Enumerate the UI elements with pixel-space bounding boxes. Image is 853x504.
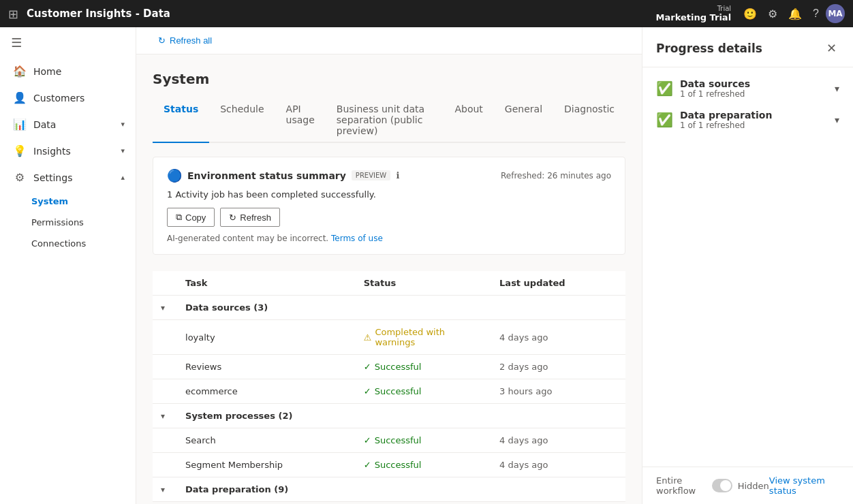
sidebar-sub-permissions[interactable]: Permissions bbox=[0, 212, 136, 233]
home-icon: 🏠 bbox=[13, 65, 27, 78]
status-badge: ✓Successful bbox=[364, 386, 483, 396]
chevron-down-icon: ▾ bbox=[121, 120, 125, 129]
sidebar-item-customers[interactable]: 👤 Customers bbox=[0, 84, 136, 111]
view-system-status-link[interactable]: View system status bbox=[769, 475, 839, 496]
task-name: Reviews bbox=[177, 355, 356, 379]
tab-api-usage[interactable]: API usage bbox=[275, 98, 326, 143]
progress-item-header-prep[interactable]: ✅ Data preparation 1 of 1 refreshed ▾ bbox=[656, 110, 839, 130]
sidebar-label-customers: Customers bbox=[33, 93, 84, 104]
settings-button[interactable]: ⚙ bbox=[764, 5, 781, 23]
row-indent bbox=[153, 428, 177, 453]
col-updated-header: Last updated bbox=[491, 271, 625, 296]
tab-schedule[interactable]: Schedule bbox=[209, 98, 275, 143]
notifications-button[interactable]: 🔔 bbox=[784, 5, 806, 23]
success-icon: ✓ bbox=[364, 386, 371, 396]
row-indent bbox=[153, 379, 177, 404]
sidebar-item-data[interactable]: 📊 Data ▾ bbox=[0, 111, 136, 138]
sidebar-sub-connections[interactable]: Connections bbox=[0, 233, 136, 254]
progress-item-sub-sources: 1 of 1 refreshed bbox=[680, 89, 828, 99]
content-area: ↻ Refresh all System Status Schedule API… bbox=[136, 27, 642, 504]
chevron-down-prep: ▾ bbox=[835, 114, 839, 125]
toggle-knob bbox=[720, 480, 731, 491]
tabs: Status Schedule API usage Business unit … bbox=[153, 98, 625, 143]
check-icon-sources: ✅ bbox=[656, 80, 673, 97]
env-card-title: Environment status summary bbox=[187, 170, 346, 181]
progress-panel-header: Progress details ✕ bbox=[642, 27, 853, 67]
hamburger-menu[interactable]: ☰ bbox=[0, 27, 136, 58]
table-row: Segment Membership ✓Successful 4 days ag… bbox=[153, 453, 625, 477]
table-row: loyalty ⚠Completed with warnings 4 days … bbox=[153, 320, 625, 355]
last-updated: 3 hours ago bbox=[491, 379, 625, 404]
grid-icon[interactable]: ⊞ bbox=[8, 7, 18, 21]
topbar-right: Trial Marketing Trial 🙂 ⚙ 🔔 ? MA bbox=[656, 4, 845, 23]
env-refresh-time: Refreshed: 26 minutes ago bbox=[501, 171, 611, 180]
data-icon: 📊 bbox=[13, 118, 27, 131]
task-status: ✓Successful bbox=[356, 379, 491, 404]
refresh-label: Refresh bbox=[240, 212, 271, 223]
warning-icon: ⚠ bbox=[364, 332, 372, 343]
sidebar-sub-system[interactable]: System bbox=[0, 191, 136, 212]
tab-diagnostic[interactable]: Diagnostic bbox=[553, 98, 625, 143]
sidebar-label-data: Data bbox=[33, 119, 56, 130]
progress-panel: Progress details ✕ ✅ Data sources 1 of 1… bbox=[642, 27, 853, 504]
chevron-up-icon: ▴ bbox=[121, 173, 125, 182]
env-card-icon: 🔵 bbox=[167, 168, 182, 183]
copy-button[interactable]: ⧉ Copy bbox=[167, 208, 215, 227]
tab-general[interactable]: General bbox=[494, 98, 553, 143]
success-icon: ✓ bbox=[364, 362, 371, 372]
col-task-header: Task bbox=[177, 271, 356, 296]
table-row: Reviews ✓Successful 2 days ago bbox=[153, 355, 625, 379]
row-indent bbox=[153, 355, 177, 379]
trial-label: Trial bbox=[717, 5, 731, 12]
progress-item-name-sources: Data sources bbox=[680, 78, 828, 89]
sidebar-item-settings[interactable]: ⚙ Settings ▴ bbox=[0, 164, 136, 191]
task-status: ⚠Completed with warnings bbox=[356, 320, 491, 355]
env-card-header: 🔵 Environment status summary PREVIEW ℹ R… bbox=[167, 168, 611, 183]
trial-info: Trial Marketing Trial bbox=[656, 5, 732, 22]
sidebar-item-home[interactable]: 🏠 Home bbox=[0, 58, 136, 84]
env-card-actions: ⧉ Copy ↻ Refresh bbox=[167, 208, 611, 227]
insights-icon: 💡 bbox=[13, 144, 27, 157]
status-badge: ✓Successful bbox=[364, 460, 483, 470]
trial-name: Marketing Trial bbox=[656, 12, 732, 22]
table-group-row[interactable]: ▾ Data sources (3) bbox=[153, 296, 625, 320]
emoji-button[interactable]: 🙂 bbox=[739, 5, 761, 23]
table-group-row[interactable]: ▾ System processes (2) bbox=[153, 404, 625, 428]
toggle-state: Hidden bbox=[738, 481, 769, 491]
terms-of-use-link[interactable]: Terms of use bbox=[331, 234, 383, 243]
chevron-down-icon-insights: ▾ bbox=[121, 146, 125, 155]
success-icon: ✓ bbox=[364, 435, 371, 445]
group-toggle-icon[interactable]: ▾ bbox=[161, 411, 165, 421]
task-table: Task Status Last updated ▾ Data sources … bbox=[153, 271, 625, 502]
progress-panel-body: ✅ Data sources 1 of 1 refreshed ▾ ✅ Data… bbox=[642, 67, 853, 467]
progress-panel-footer: Entire workflow Hidden View system statu… bbox=[642, 467, 853, 504]
tab-about[interactable]: About bbox=[444, 98, 493, 143]
refresh-all-label: Refresh all bbox=[170, 35, 212, 46]
page-title: System bbox=[153, 71, 625, 87]
sidebar-label-insights: Insights bbox=[33, 146, 71, 157]
last-updated: 2 days ago bbox=[491, 355, 625, 379]
toggle-switch[interactable] bbox=[712, 479, 732, 492]
last-updated: 4 days ago bbox=[491, 453, 625, 477]
settings-icon: ⚙ bbox=[13, 171, 27, 184]
sidebar-item-insights[interactable]: 💡 Insights ▾ bbox=[0, 138, 136, 164]
info-icon[interactable]: ℹ bbox=[396, 170, 399, 180]
refresh-button[interactable]: ↻ Refresh bbox=[220, 208, 280, 227]
group-name: Data sources (3) bbox=[177, 296, 625, 320]
status-badge: ✓Successful bbox=[364, 362, 483, 372]
help-button[interactable]: ? bbox=[809, 5, 823, 22]
avatar[interactable]: MA bbox=[826, 4, 845, 23]
group-toggle-icon[interactable]: ▾ bbox=[161, 485, 165, 494]
last-updated: 4 days ago bbox=[491, 320, 625, 355]
check-icon-prep: ✅ bbox=[656, 112, 673, 128]
refresh-bar: ↻ Refresh all bbox=[136, 27, 642, 54]
table-group-row[interactable]: ▾ Data preparation (9) bbox=[153, 477, 625, 502]
tab-business-unit[interactable]: Business unit data separation (public pr… bbox=[326, 98, 444, 143]
row-indent bbox=[153, 453, 177, 477]
refresh-all-button[interactable]: ↻ Refresh all bbox=[153, 33, 217, 48]
sidebar-label-home: Home bbox=[33, 66, 61, 77]
group-toggle-icon[interactable]: ▾ bbox=[161, 303, 165, 313]
progress-panel-close-button[interactable]: ✕ bbox=[824, 38, 839, 59]
tab-status[interactable]: Status bbox=[153, 98, 209, 143]
progress-item-header-sources[interactable]: ✅ Data sources 1 of 1 refreshed ▾ bbox=[656, 78, 839, 99]
